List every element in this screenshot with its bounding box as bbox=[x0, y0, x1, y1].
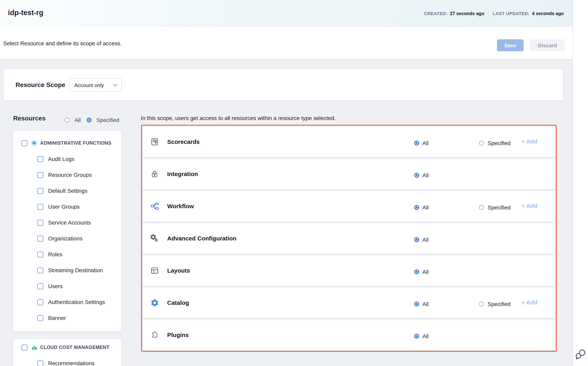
resource-tree-item[interactable]: Recommendations bbox=[13, 355, 121, 366]
scope-row-label: Advanced Configuration bbox=[167, 223, 236, 253]
specified-radio-label: Specified bbox=[487, 140, 511, 146]
item-label: Streaming Destination bbox=[48, 267, 103, 273]
scope-option-specified[interactable]: Specified bbox=[479, 204, 511, 211]
group-checkbox[interactable] bbox=[22, 140, 27, 146]
all-radio[interactable] bbox=[414, 270, 419, 274]
resource-tree-item[interactable]: Organizations bbox=[13, 230, 121, 246]
group-checkbox[interactable] bbox=[22, 344, 27, 350]
resource-tree-item[interactable]: User Groups bbox=[13, 199, 121, 215]
item-label: Banner bbox=[48, 315, 66, 321]
all-radio[interactable] bbox=[414, 237, 419, 242]
scope-row-label: Integration bbox=[167, 159, 198, 189]
item-label: Roles bbox=[48, 251, 62, 258]
item-checkbox[interactable] bbox=[37, 172, 43, 178]
item-checkbox[interactable] bbox=[37, 299, 43, 305]
scope-row-integration: IntegrationAll bbox=[143, 159, 555, 189]
resource-tree-item[interactable]: Users bbox=[13, 278, 121, 294]
add-link[interactable]: + Add bbox=[521, 138, 537, 145]
discard-button[interactable]: Discard bbox=[530, 39, 565, 51]
resource-tree-item[interactable]: Authentication Settings bbox=[13, 294, 121, 310]
scope-row-label: Catalog bbox=[167, 288, 189, 318]
resource-tree-item[interactable]: Streaming Destination bbox=[13, 262, 121, 278]
resource-group-header: $CLOUD COST MANAGEMENT bbox=[13, 341, 121, 353]
specified-radio[interactable] bbox=[87, 118, 92, 122]
item-label: Organizations bbox=[48, 235, 83, 242]
resource-tree-item[interactable]: Audit Logs bbox=[13, 151, 121, 167]
scope-panel: ScorecardsAllSpecified+ AddIntegrationAl… bbox=[141, 125, 557, 352]
all-radio[interactable] bbox=[414, 302, 419, 307]
all-radio[interactable] bbox=[65, 118, 70, 122]
lock-icon bbox=[150, 169, 159, 178]
scope-option-all[interactable]: All bbox=[414, 300, 429, 307]
add-link[interactable]: + Add bbox=[521, 202, 537, 209]
gear-badge-icon bbox=[31, 140, 37, 146]
scope-row-plugins: PluginsAll bbox=[143, 320, 555, 350]
all-radio-label: All bbox=[422, 172, 429, 179]
item-label: Service Accounts bbox=[48, 219, 91, 226]
resource-scope-label: Resource Scope bbox=[15, 69, 65, 100]
scope-row-scorecards: ScorecardsAllSpecified+ Add bbox=[143, 127, 555, 157]
scope-option-specified[interactable]: Specified bbox=[479, 139, 511, 146]
item-checkbox[interactable] bbox=[37, 283, 43, 289]
scope-row-label: Plugins bbox=[167, 320, 189, 350]
scope-option-all[interactable]: All bbox=[414, 268, 429, 275]
add-link[interactable]: + Add bbox=[521, 299, 537, 305]
specified-radio-label: Specified bbox=[487, 205, 511, 211]
all-radio-label: All bbox=[422, 269, 429, 275]
all-radio-label: All bbox=[75, 117, 81, 123]
item-checkbox[interactable] bbox=[37, 236, 43, 241]
scope-row-label: Scorecards bbox=[167, 127, 200, 157]
all-radio-label: All bbox=[422, 301, 429, 307]
specified-radio[interactable] bbox=[479, 141, 484, 146]
plugin-icon bbox=[150, 330, 159, 339]
resource-scope-dropdown[interactable]: Account only bbox=[69, 78, 122, 92]
cloud-dollar-icon: $ bbox=[31, 344, 37, 351]
save-button[interactable]: Save bbox=[497, 39, 524, 51]
meta-divider bbox=[488, 10, 489, 17]
specified-radio[interactable] bbox=[479, 205, 484, 210]
item-checkbox[interactable] bbox=[37, 251, 43, 257]
group-label: ADMINISTRATIVE FUNCTIONS bbox=[40, 140, 111, 146]
resource-tree-item[interactable]: Resource Groups bbox=[13, 167, 121, 183]
item-checkbox[interactable] bbox=[37, 156, 43, 162]
resource-tree-item[interactable]: Service Accounts bbox=[13, 215, 121, 230]
workflow-icon bbox=[150, 202, 159, 210]
resources-option-specified[interactable]: Specified bbox=[87, 116, 119, 123]
item-checkbox[interactable] bbox=[37, 188, 43, 194]
item-checkbox[interactable] bbox=[37, 315, 43, 321]
resource-group-card: ADMINISTRATIVE FUNCTIONSAudit LogsResour… bbox=[13, 131, 121, 331]
scope-option-all[interactable]: All bbox=[414, 236, 429, 243]
scope-option-specified[interactable]: Specified bbox=[479, 300, 511, 307]
all-radio[interactable] bbox=[414, 141, 419, 146]
right-scroll-gutter bbox=[573, 0, 588, 366]
resources-title: Resources bbox=[13, 115, 46, 122]
scope-option-all[interactable]: All bbox=[414, 204, 429, 211]
item-checkbox[interactable] bbox=[37, 267, 43, 273]
scope-row-catalog: CatalogAllSpecified+ Add bbox=[143, 288, 555, 318]
scope-option-all[interactable]: All bbox=[414, 171, 429, 179]
all-radio-label: All bbox=[422, 333, 429, 340]
resource-tree-item[interactable]: Roles bbox=[13, 246, 121, 262]
all-radio[interactable] bbox=[414, 173, 419, 178]
scope-option-all[interactable]: All bbox=[414, 139, 429, 146]
item-checkbox[interactable] bbox=[37, 204, 43, 210]
resource-tree-item[interactable]: Default Settings bbox=[13, 183, 121, 199]
item-label: Authentication Settings bbox=[48, 299, 105, 305]
scorecard-icon bbox=[150, 137, 159, 146]
chat-bubbles-icon[interactable] bbox=[574, 348, 587, 361]
scope-row-layouts: LayoutsAll bbox=[143, 255, 555, 286]
specified-radio[interactable] bbox=[479, 302, 484, 307]
layout-icon bbox=[150, 266, 159, 275]
item-checkbox[interactable] bbox=[37, 220, 43, 226]
resources-option-all[interactable]: All bbox=[65, 116, 81, 123]
resource-tree-item[interactable]: Banner bbox=[13, 310, 121, 326]
all-radio[interactable] bbox=[414, 334, 419, 339]
scope-option-all[interactable]: All bbox=[414, 332, 429, 340]
item-checkbox[interactable] bbox=[37, 360, 43, 366]
item-label: Audit Logs bbox=[48, 156, 74, 162]
item-label: Users bbox=[48, 283, 63, 289]
all-radio[interactable] bbox=[414, 205, 419, 210]
app-viewport: idp-test-rg CREATED: 27 seconds ago LAST… bbox=[0, 0, 588, 366]
chevron-down-icon bbox=[113, 84, 117, 86]
specified-radio-label: Specified bbox=[96, 117, 119, 123]
